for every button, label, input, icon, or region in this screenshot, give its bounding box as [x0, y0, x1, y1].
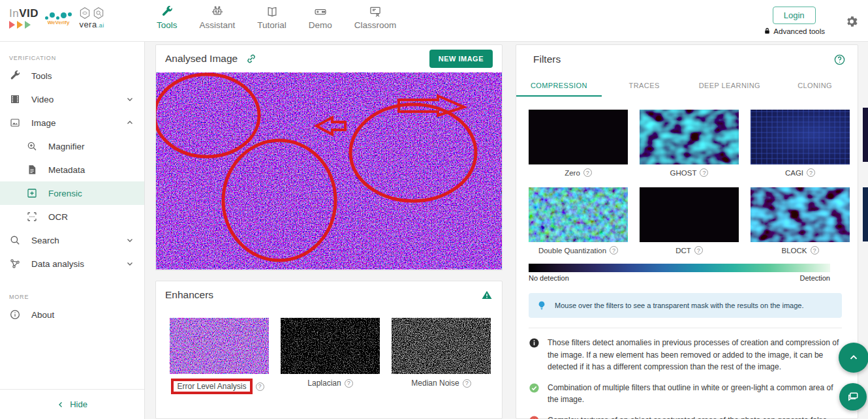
info-circle-icon — [9, 309, 21, 320]
filter-label: Double Quantization — [538, 247, 606, 255]
x-circle-icon — [529, 415, 540, 419]
advanced-tools-label: Advanced tools — [773, 27, 825, 35]
help-icon[interactable]: ? — [345, 379, 353, 388]
help-icon[interactable]: ? — [610, 246, 618, 255]
filter-label: DCT — [675, 247, 691, 255]
sidebar-magnifier-label: Magnifier — [48, 142, 85, 151]
divider — [529, 328, 842, 328]
sidebar-search-label: Search — [31, 236, 59, 245]
sidebar-item-video[interactable]: Video — [0, 87, 144, 111]
help-icon[interactable]: ? — [700, 168, 708, 177]
filter-thumb-ghost[interactable] — [640, 110, 739, 164]
detection-gradient-bar — [529, 264, 830, 272]
robot-icon — [211, 5, 224, 18]
note-info: Those filters detect anomalies in previo… — [529, 337, 846, 373]
nav-demo-label: Demo — [309, 20, 332, 30]
analysed-image[interactable] — [156, 72, 502, 270]
link-icon[interactable] — [245, 53, 257, 65]
filter-thumb-zero[interactable] — [529, 110, 628, 164]
sidebar-item-search[interactable]: Search — [0, 228, 144, 252]
chevron-down-icon — [126, 236, 134, 244]
sidebar-section-verification: VERIFICATION — [0, 42, 144, 64]
weverify-logo: WeVerify — [45, 10, 72, 25]
help-icon[interactable]: ? — [463, 379, 471, 388]
enhancer-label: Median Noise — [411, 379, 459, 388]
nav-classroom[interactable]: Classroom — [354, 5, 397, 30]
sidebar-item-metadata[interactable]: Metadata — [0, 158, 144, 181]
sidebar-item-forensic[interactable]: Forensic — [0, 181, 144, 205]
enhancer-thumb-laplacian[interactable] — [281, 318, 380, 374]
sidebar-item-ocr[interactable]: OCR — [0, 205, 144, 228]
sidebar-item-tools[interactable]: Tools — [0, 64, 144, 87]
sidebar-ocr-label: OCR — [48, 212, 68, 222]
help-circle-icon[interactable] — [833, 54, 846, 66]
vera-logo: vera.ai — [78, 7, 105, 29]
document-icon — [26, 164, 38, 176]
help-icon[interactable]: ? — [694, 246, 703, 255]
sidebar-metadata-label: Metadata — [48, 165, 85, 175]
note-positive: Combination of multiple filters that out… — [529, 382, 846, 406]
sidebar: VERIFICATION Tools Video Image Magnifier… — [0, 42, 145, 419]
sidebar-hide-button[interactable]: Hide — [0, 389, 144, 419]
search-icon — [9, 234, 21, 246]
nav-assistant-label: Assistant — [200, 20, 236, 30]
analysed-image-title: Analysed Image — [165, 53, 238, 65]
wrench-icon — [161, 5, 174, 18]
sidebar-hide-label: Hide — [70, 399, 87, 409]
warning-triangle-icon[interactable] — [481, 289, 493, 301]
login-button[interactable]: Login — [773, 7, 816, 24]
help-icon[interactable]: ? — [256, 382, 264, 391]
sidebar-section-more: MORE — [0, 275, 144, 303]
wrench-icon — [9, 70, 21, 82]
sidebar-forensic-label: Forensic — [48, 189, 82, 198]
sidebar-item-image[interactable]: Image — [0, 111, 144, 134]
enhancer-thumb-median-noise[interactable] — [392, 318, 491, 374]
check-circle-icon — [529, 382, 540, 394]
nav-demo[interactable]: Demo — [309, 5, 332, 30]
nav-tools[interactable]: Tools — [157, 5, 178, 30]
lock-icon — [763, 27, 771, 35]
help-icon[interactable]: ? — [807, 168, 815, 177]
tab-compression[interactable]: COMPRESSION — [516, 75, 602, 97]
filter-label: Zero — [565, 169, 580, 177]
image-icon — [9, 117, 21, 129]
chat-button[interactable] — [839, 383, 867, 411]
scroll-to-top-button[interactable] — [839, 343, 868, 373]
settings-gear-icon[interactable] — [845, 14, 859, 29]
enhancer-thumb-error-level-analysis[interactable] — [170, 318, 269, 374]
sidebar-item-about[interactable]: About — [0, 303, 144, 326]
tip-box: Mouse over the filters to see a transpar… — [529, 293, 842, 318]
advanced-tools[interactable]: Advanced tools — [763, 27, 825, 35]
sidebar-item-data-analysis[interactable]: Data analysis — [0, 252, 144, 275]
app-logo[interactable]: InVID WeVerify vera.ai — [9, 7, 105, 29]
nav-classroom-label: Classroom — [354, 20, 397, 30]
help-icon[interactable]: ? — [811, 246, 819, 255]
cutoff-thumbnail-sliver — [863, 108, 868, 162]
sidebar-item-magnifier[interactable]: Magnifier — [0, 134, 144, 158]
invid-play-triangles — [9, 21, 39, 29]
tip-text: Mouse over the filters to see a transpar… — [555, 302, 804, 309]
filter-label: CAGI — [785, 169, 803, 177]
note-text: Complex textures of an object or saturat… — [548, 414, 846, 419]
scale-no-detection-label: No detection — [529, 274, 569, 282]
tab-deep-learning[interactable]: DEEP LEARNING — [687, 75, 773, 97]
new-image-button[interactable]: NEW IMAGE — [429, 50, 493, 68]
tab-cloning[interactable]: CLONING — [772, 75, 858, 97]
nav-tutorial[interactable]: Tutorial — [257, 5, 287, 30]
note-text: Combination of multiple filters that out… — [548, 382, 846, 406]
bulb-icon — [536, 300, 547, 311]
filter-thumb-cagi[interactable] — [751, 110, 850, 164]
filter-thumb-double-quantization[interactable] — [529, 187, 628, 242]
filter-thumb-block[interactable] — [751, 187, 850, 242]
filters-card: Filters COMPRESSION TRACES DEEP LEARNING… — [516, 44, 858, 419]
info-filled-icon — [529, 337, 540, 349]
filter-thumb-dct[interactable] — [640, 187, 739, 242]
help-icon[interactable]: ? — [583, 168, 592, 177]
vera-hexagon-icons — [78, 7, 105, 20]
chevron-left-icon — [57, 401, 65, 409]
tab-traces[interactable]: TRACES — [602, 75, 687, 97]
nav-assistant[interactable]: Assistant — [200, 5, 236, 30]
ocr-icon — [26, 211, 38, 223]
filters-tabs: COMPRESSION TRACES DEEP LEARNING CLONING — [516, 75, 858, 97]
filter-label: BLOCK — [782, 247, 807, 255]
